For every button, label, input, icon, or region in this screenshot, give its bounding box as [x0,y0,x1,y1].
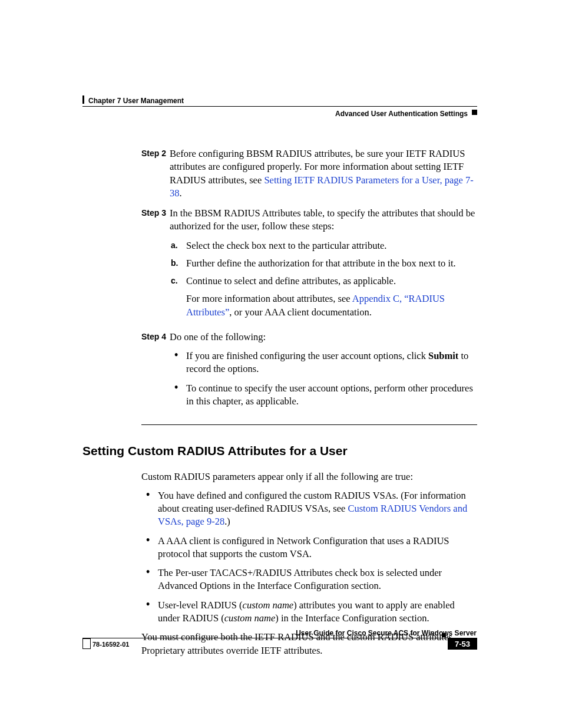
step-4-body: Do one of the following: • If you are fi… [170,331,477,414]
step-2-text-b: . [180,187,182,199]
step-3b: b. Further define the authorization for … [171,257,477,270]
section-bullet-2: • A AAA client is configured in Network … [146,535,477,561]
step-3a-marker: a. [171,239,186,252]
sec-b4-i2: custom name [224,612,276,624]
header-square-icon [472,110,477,115]
footer-page-number: 7-53 [448,638,477,650]
step-4-bullet-2: • To continue to specify the user accoun… [174,382,477,409]
section-bullet-3: • The Per-user TACACS+/RADIUS Attributes… [146,566,477,593]
bullet-icon: • [146,599,158,625]
sec-b4-c: ) in the Interface Configuration section… [275,612,429,624]
footer-left-marker [82,638,91,649]
step-4-bullet-1-body: If you are finished configuring the user… [186,350,477,376]
section-bullet-4: • User-level RADIUS (custom name) attrib… [146,599,477,625]
header-rule [82,106,477,107]
step-3-intro: In the BBSM RADIUS Attributes table, to … [170,207,477,233]
main-content: Step 2 Before configuring BBSM RADIUS at… [141,147,477,663]
sec-b4-a: User-level RADIUS ( [158,599,243,611]
step-4-label: Step 4 [141,331,170,414]
step-2: Step 2 Before configuring BBSM RADIUS at… [141,147,477,200]
step-3a: a. Select the check box next to the part… [171,239,477,252]
step-3-body: In the BBSM RADIUS Attributes table, to … [170,207,477,324]
chapter-label: Chapter 7 User Management [88,96,184,106]
step-4: Step 4 Do one of the following: • If you… [141,331,477,414]
bullet-icon: • [174,382,186,409]
step-4-bullet-1: • If you are finished configuring the us… [174,350,477,376]
bullet-icon: • [146,489,158,529]
step-3b-text: Further define the authorization for tha… [186,257,477,270]
header-section-title: Advanced User Authentication Settings [335,109,468,118]
section-divider [141,424,477,425]
step-3c-line2: For more information about attributes, s… [186,292,477,319]
step-3c-body: Continue to select and define attributes… [186,275,477,319]
step-3-label: Step 3 [141,207,170,324]
section-bullet-1: • You have defined and configured the cu… [146,489,477,529]
step-3-sublist: a. Select the check box next to the part… [170,239,477,319]
step-3c-text-a: For more information about attributes, s… [186,293,352,304]
step-3c-text-b: , or your AAA client documentation. [229,307,372,318]
footer-doc-title: User Guide for Cisco Secure ACS for Wind… [296,628,477,638]
step-4-b1-a: If you are finished configuring the user… [186,350,428,361]
step-4-bullet-2-body: To continue to specify the user account … [186,382,477,409]
step-3c-marker: c. [171,275,186,319]
footer-rule [82,638,477,638]
step-2-label: Step 2 [141,147,170,200]
step-4-bullets: • If you are finished configuring the us… [170,350,477,408]
footer-square-icon [442,633,446,637]
section-intro: Custom RADIUS parameters appear only if … [141,470,477,483]
step-3c: c. Continue to select and define attribu… [171,275,477,319]
step-2-body: Before configuring BBSM RADIUS attribute… [170,147,477,200]
section-bullet-2-body: A AAA client is configured in Network Co… [158,535,477,561]
submit-label: Submit [428,350,458,361]
sec-b1-b: .) [224,516,230,527]
bullet-icon: • [146,566,158,593]
step-4-intro: Do one of the following: [170,331,477,344]
sec-b4-i1: custom name [243,599,294,611]
step-3b-marker: b. [171,257,186,270]
bullet-icon: • [174,350,186,376]
step-3: Step 3 In the BBSM RADIUS Attributes tab… [141,207,477,324]
section-bullet-3-body: The Per-user TACACS+/RADIUS Attributes c… [158,566,477,593]
step-3a-text: Select the check box next to the particu… [186,239,477,252]
section-bullet-4-body: User-level RADIUS (custom name) attribut… [158,599,477,625]
bullet-icon: • [146,535,158,561]
footer-docnum: 78-16592-01 [92,640,129,649]
header-left-marker [82,95,84,104]
section-bullet-1-body: You have defined and configured the cust… [158,489,477,529]
section-heading: Setting Custom RADIUS Attributes for a U… [82,443,477,459]
step-3c-line1: Continue to select and define attributes… [186,275,477,288]
